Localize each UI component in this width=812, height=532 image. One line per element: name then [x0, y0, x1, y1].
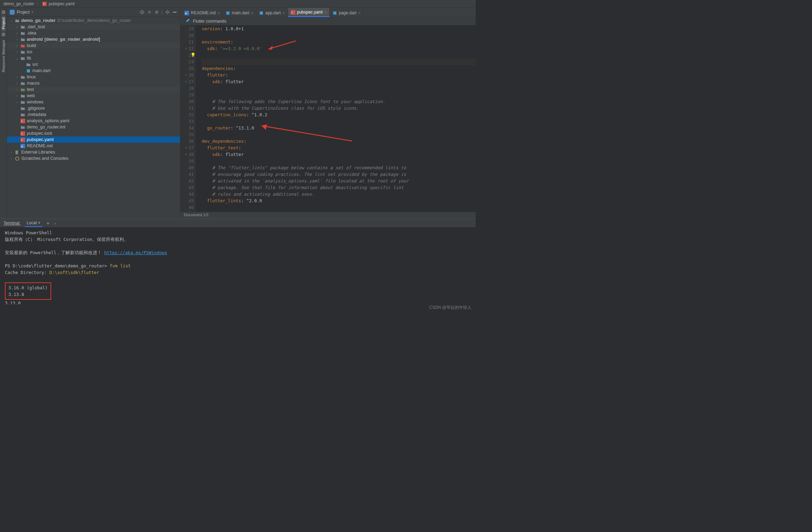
code-line[interactable]: # package. See that file for information…	[202, 184, 476, 191]
term-prompt-line: PS D:\code\flutter_demo\demo_go_router> …	[5, 263, 471, 269]
tree-item[interactable]: main.dart	[7, 68, 180, 74]
svg-rect-4	[10, 10, 15, 15]
tree-root[interactable]: ⌄demo_go_router D:\code\flutter_demo\dem…	[7, 17, 180, 24]
editor-tab[interactable]: page.dart×	[330, 9, 364, 17]
project-type-icon	[10, 10, 15, 15]
resource-manager-icon[interactable]	[2, 33, 5, 36]
code-line[interactable]: # encourage good coding practices. The l…	[202, 171, 476, 178]
code-line[interactable]	[202, 158, 476, 164]
code-line[interactable]	[202, 32, 476, 39]
code-line[interactable]: flutter_test:	[202, 144, 476, 151]
tree-item[interactable]: Ypubspec.yaml	[7, 136, 180, 143]
code-line[interactable]: go_router: ^13.1.0	[202, 125, 476, 131]
tree-item[interactable]: .metadata	[7, 111, 180, 118]
tree-item[interactable]: ›.idea	[7, 30, 180, 36]
close-icon[interactable]: ×	[251, 11, 253, 15]
collapse-all-icon[interactable]	[154, 10, 159, 15]
code-line[interactable]: # Use with the CupertinoIcons class for …	[202, 105, 476, 111]
code-line[interactable]: sdk: flutter	[202, 78, 476, 85]
code-line[interactable]: # The following adds the Cupertino Icons…	[202, 98, 476, 105]
project-tool-icon[interactable]	[2, 10, 5, 14]
tree-item[interactable]: ›test	[7, 86, 180, 93]
tree-item[interactable]: ›ios	[7, 49, 180, 55]
tree-item[interactable]: ⌄lib	[7, 55, 180, 61]
powershell-link[interactable]: https://aka.ms/PSWindows	[104, 250, 167, 255]
tree-item[interactable]: ›windows	[7, 99, 180, 105]
terminal-tab-local[interactable]: Local ×	[25, 219, 42, 227]
code-line[interactable]	[202, 92, 476, 98]
code-line[interactable]: cupertino_icons: ^1.0.2	[202, 111, 476, 118]
code-body[interactable]: version: 1.0.0+1environment: sdk: '>=3.2…	[195, 25, 476, 212]
gear-icon[interactable]	[165, 10, 170, 15]
close-icon[interactable]: ×	[325, 10, 327, 14]
code-line[interactable]	[202, 85, 476, 92]
editor-tab[interactable]: MREADME.md×	[182, 9, 223, 17]
terminal-dropdown-icon[interactable]: ⌄	[54, 221, 56, 225]
tool-resource-manager[interactable]: Resource Manager	[1, 38, 6, 75]
editor-status: Document 1/1	[180, 212, 476, 219]
tree-item[interactable]: ›linux	[7, 74, 180, 80]
code-editor[interactable]: 192021⊟22232425⊟26⊟27282930313233343536⊟…	[180, 25, 476, 212]
editor-tab[interactable]: app.dart×	[256, 9, 288, 17]
code-line[interactable]: # The "flutter_lints" package below cont…	[202, 164, 476, 171]
terminal-body[interactable]: Windows PowerShell 版权所有（C） Microsoft Cor…	[0, 227, 476, 304]
breadcrumb-file[interactable]: pubspec.yaml	[49, 1, 75, 6]
code-line[interactable]: flutter_lints: ^2.0.0	[202, 197, 476, 204]
tree-item[interactable]: ›web	[7, 93, 180, 99]
tree-item[interactable]: demo_go_router.iml	[7, 124, 180, 130]
project-tree[interactable]: ⌄demo_go_router D:\code\flutter_demo\dem…	[7, 17, 180, 219]
tree-item[interactable]: ›build	[7, 42, 180, 49]
code-line[interactable]	[202, 58, 476, 65]
editor-tabs: MREADME.md×main.dart×app.dart×Ypubspec.y…	[180, 8, 476, 17]
flutter-commands-banner[interactable]: Flutter commands	[180, 17, 476, 25]
code-line[interactable]	[202, 118, 476, 125]
tree-item[interactable]: .gitignore	[7, 105, 180, 111]
code-line[interactable]: sdk: '>=3.2.0 <4.0.0'	[202, 45, 476, 52]
editor-area: MREADME.md×main.dart×app.dart×Ypubspec.y…	[180, 8, 476, 219]
code-line[interactable]: 💡	[202, 52, 476, 58]
external-libraries[interactable]: ›External Libraries	[7, 149, 180, 155]
code-line[interactable]: environment:	[202, 39, 476, 45]
editor-tab[interactable]: Ypubspec.yaml×	[288, 8, 330, 17]
tree-item[interactable]: ›android [demo_go_router_android]	[7, 36, 180, 42]
code-line[interactable]: # rules and activating additional ones.	[202, 191, 476, 197]
term-line: 安装最新的 PowerShell，了解新功能和改进！ https://aka.m…	[5, 249, 471, 256]
svg-text:M: M	[21, 145, 23, 148]
code-line[interactable]: # activated in the `analysis_options.yam…	[202, 178, 476, 184]
close-icon[interactable]: ×	[358, 11, 360, 15]
code-line[interactable]: version: 1.0.0+1	[202, 25, 476, 32]
hide-icon[interactable]	[172, 10, 177, 15]
editor-tab[interactable]: main.dart×	[223, 9, 256, 17]
code-line[interactable]: sdk: flutter	[202, 151, 476, 158]
svg-rect-3	[2, 33, 5, 36]
chevron-down-icon[interactable]: ▾	[32, 10, 33, 14]
terminal-header: Terminal: Local × + ⌄	[0, 219, 476, 227]
tree-item[interactable]: Ypubspec.lock	[7, 130, 180, 136]
term-line: 版权所有（C） Microsoft Corporation。保留所有权利。	[5, 236, 471, 243]
term-version: 3.13.8	[8, 291, 48, 298]
tree-item[interactable]: MREADME.md	[7, 143, 180, 149]
code-line[interactable]: dependencies:	[202, 65, 476, 72]
scratches[interactable]: ›Scratches and Consoles	[7, 155, 180, 162]
svg-rect-18	[17, 150, 18, 154]
code-line[interactable]: dev_dependencies:	[202, 138, 476, 144]
breadcrumb-project[interactable]: demo_go_router	[3, 1, 34, 6]
svg-text:Y: Y	[43, 3, 45, 5]
expand-all-icon[interactable]	[147, 10, 152, 15]
tree-item[interactable]: ›.dart_tool	[7, 24, 180, 30]
term-line: Cache Directory: D:\soft\sdk\flutter	[5, 269, 471, 276]
tree-item[interactable]: src	[7, 61, 180, 68]
tree-item[interactable]: Yanalysis_options.yaml	[7, 118, 180, 124]
code-line[interactable]	[202, 204, 476, 211]
locate-icon[interactable]	[140, 10, 145, 15]
project-panel-title[interactable]: Project	[17, 10, 30, 15]
close-icon[interactable]: ×	[217, 11, 219, 15]
tree-item[interactable]: ›macos	[7, 80, 180, 86]
close-icon[interactable]: ×	[38, 220, 40, 225]
new-terminal-icon[interactable]: +	[47, 220, 49, 226]
close-icon[interactable]: ×	[282, 11, 284, 15]
code-line[interactable]	[202, 131, 476, 138]
tool-project[interactable]: Project	[1, 15, 6, 31]
term-line: Windows PowerShell	[5, 229, 471, 236]
code-line[interactable]: flutter:	[202, 72, 476, 78]
